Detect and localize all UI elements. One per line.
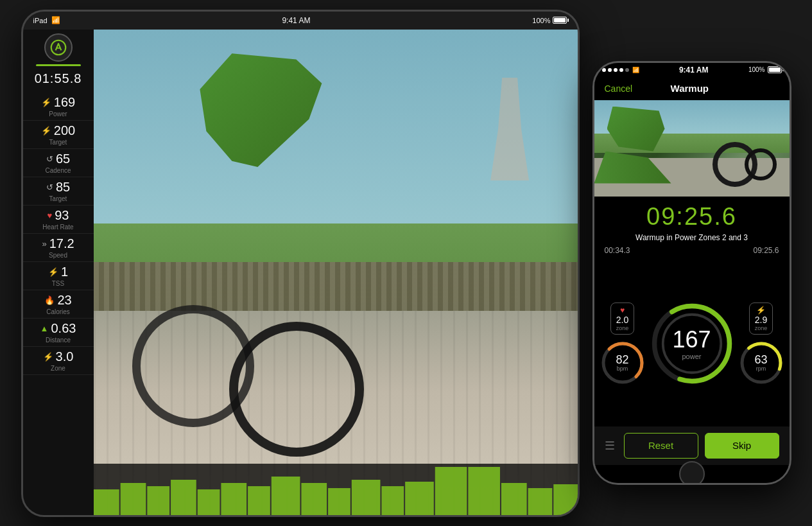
- svg-rect-15: [435, 467, 467, 515]
- app-logo: [44, 33, 73, 62]
- rpm-gauge-content: 63 rpm: [754, 354, 767, 372]
- cadence-icon: ↺: [46, 155, 53, 163]
- iphone-status-bar: 📶 9:41 AM 100%: [594, 63, 790, 77]
- power-gauge-value: 167: [672, 327, 711, 353]
- metric-tss: ⚡ 1 TSS: [23, 262, 94, 290]
- calories-label: Calories: [46, 308, 70, 315]
- speed-icon: »: [42, 240, 46, 248]
- heartrate-value: 93: [55, 208, 69, 223]
- main-power-gauge: 167 power: [650, 299, 734, 389]
- signal-dot-5: [625, 68, 629, 72]
- calories-value: 23: [57, 293, 71, 308]
- logo-icon: [50, 39, 67, 56]
- distance-value: 0.63: [51, 321, 76, 336]
- iphone-wheel-small: [745, 148, 777, 180]
- svg-rect-10: [301, 483, 327, 515]
- heart-zone-badge: ♥ 2.0 zone: [610, 302, 635, 335]
- bpm-label: bpm: [617, 365, 628, 372]
- ipad-sidebar: 01:55.8 ⚡ 169 Power ⚡ 200 Target: [23, 30, 94, 515]
- speed-value: 17.2: [49, 236, 74, 251]
- signal-dot-2: [608, 68, 612, 72]
- svg-rect-19: [553, 484, 578, 515]
- power-value: 169: [54, 95, 75, 110]
- svg-rect-7: [221, 483, 246, 515]
- gauge-right-group: ⚡ 2.9 zone 63 rpm: [739, 302, 783, 385]
- metric-distance: ▲ 0.63 Distance: [23, 319, 94, 347]
- ipad-battery-icon: [553, 17, 567, 24]
- gauge-left-group: ♥ 2.0 zone 82 bpm: [601, 302, 644, 385]
- iphone-battery-label: 100%: [748, 66, 765, 73]
- ipad-video-area: [94, 30, 578, 515]
- cadence-value: 65: [56, 152, 70, 166]
- rpm-value: 63: [754, 354, 767, 365]
- svg-rect-11: [328, 488, 350, 515]
- metric-power-target: ⚡ 200 Target: [23, 121, 94, 149]
- zone-label: Zone: [51, 365, 65, 372]
- tss-label: TSS: [52, 280, 64, 287]
- cancel-button[interactable]: Cancel: [605, 83, 633, 94]
- svg-rect-13: [381, 486, 404, 515]
- power-zone-value: 2.9: [755, 315, 768, 325]
- power-label: Power: [49, 110, 67, 118]
- rpm-gauge: 63 rpm: [739, 341, 783, 385]
- speed-label: Speed: [49, 252, 67, 259]
- signal-dot-1: [602, 68, 606, 72]
- iphone-big-timer: 09:25.6: [594, 203, 790, 231]
- svg-rect-6: [197, 489, 220, 515]
- heart-zone-icon: ♥: [616, 306, 629, 315]
- iphone-bottom-bar: ☰ Reset Skip: [594, 426, 790, 465]
- sidebar-timer: 01:55.8: [35, 71, 82, 86]
- reset-button[interactable]: Reset: [624, 433, 698, 459]
- power-target-icon: ⚡: [41, 127, 51, 135]
- power-gauge-label: power: [682, 353, 702, 360]
- power-target-label: Target: [49, 139, 67, 146]
- calories-icon: 🔥: [44, 296, 55, 304]
- hamburger-icon[interactable]: ☰: [605, 439, 615, 453]
- iphone-workout-name: Warmup in Power Zones 2 and 3: [594, 233, 790, 242]
- svg-rect-8: [248, 486, 270, 515]
- rider-silhouette: [200, 53, 328, 252]
- heartrate-label: Heart Rate: [42, 224, 73, 231]
- bpm-gauge: 82 bpm: [601, 341, 644, 385]
- iphone-status-right: 100%: [748, 66, 782, 73]
- zone-value: 3.0: [56, 349, 74, 364]
- cadence-target-value: 85: [56, 180, 70, 195]
- rpm-label: rpm: [756, 365, 766, 372]
- ipad-status-time: 9:41 AM: [282, 16, 310, 25]
- ipad-chart: [94, 464, 578, 515]
- svg-rect-3: [120, 483, 146, 515]
- svg-rect-4: [147, 486, 169, 515]
- video-background: [94, 30, 578, 515]
- iphone-signal-dots: 📶: [602, 67, 639, 73]
- chart-svg: [94, 464, 578, 515]
- ipad-status-left: iPad 📶: [33, 16, 60, 24]
- metric-heartrate: ♥ 93 Heart Rate: [23, 206, 94, 234]
- svg-rect-16: [468, 467, 500, 515]
- iphone-time-row: 00:34.3 09:25.6: [594, 246, 790, 255]
- scene: iPad 📶 9:41 AM 100%: [21, 10, 791, 517]
- ipad-battery-label: 100%: [532, 17, 550, 24]
- power-target-value: 200: [54, 123, 75, 138]
- iphone-home-button[interactable]: [679, 461, 705, 485]
- iphone-timer-display: 09:25.6: [594, 197, 790, 233]
- distance-label: Distance: [46, 337, 71, 344]
- signal-dot-4: [619, 68, 623, 72]
- svg-rect-9: [271, 477, 300, 515]
- iphone-elapsed: 00:34.3: [605, 246, 630, 255]
- ipad-device-label: iPad: [33, 17, 48, 24]
- metric-speed: » 17.2 Speed: [23, 234, 94, 262]
- ipad-status-bar: iPad 📶 9:41 AM 100%: [23, 12, 578, 30]
- iphone-main-content: 09:25.6 Warmup in Power Zones 2 and 3 00…: [594, 197, 790, 426]
- metric-cadence-target: ↺ 85 Target: [23, 177, 94, 206]
- cadence-target-label: Target: [49, 195, 67, 202]
- ipad-content: 01:55.8 ⚡ 169 Power ⚡ 200 Target: [23, 30, 578, 515]
- distance-icon: ▲: [40, 324, 49, 333]
- heart-zone-value: 2.0: [616, 315, 629, 325]
- svg-rect-18: [528, 488, 552, 515]
- signal-dot-3: [614, 68, 618, 72]
- metric-calories: 🔥 23 Calories: [23, 290, 94, 319]
- zone-icon: ⚡: [43, 353, 53, 361]
- cadence-target-icon: ↺: [46, 183, 53, 191]
- sidebar-accent-bar: [36, 64, 81, 66]
- skip-button[interactable]: Skip: [705, 433, 779, 459]
